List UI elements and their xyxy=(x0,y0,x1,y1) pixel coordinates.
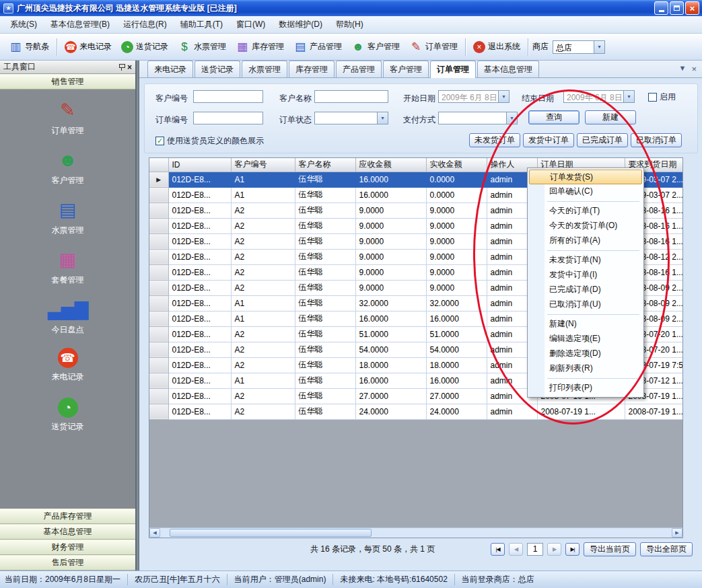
row-selector[interactable] xyxy=(149,388,168,404)
grid-column-header-3[interactable]: 应收金额 xyxy=(355,158,426,172)
context-menu-item-3[interactable]: 今天的订单(T) xyxy=(529,204,642,219)
row-selector[interactable] xyxy=(149,264,168,280)
start-date-picker[interactable]: 2009年 6月 8日 ▼ xyxy=(438,90,510,103)
tab-7[interactable]: 基本信息管理 xyxy=(477,61,539,77)
sidebar-item-4[interactable]: ▃▅▇今日盘点 xyxy=(0,298,135,348)
sidebar-group-button-3[interactable]: 售后管理 xyxy=(0,555,135,571)
status-filter-button-3[interactable]: 已取消订单 xyxy=(631,133,682,147)
context-menu-item-5[interactable]: 所有的订单(A) xyxy=(529,233,642,248)
menu-item-2[interactable]: 运行信息(R) xyxy=(117,16,173,33)
row-selector[interactable] xyxy=(149,187,168,203)
next-page-button[interactable]: ▶ xyxy=(547,543,561,556)
context-menu-item-7[interactable]: 未发货订单(N) xyxy=(529,253,642,268)
grid-column-header-1[interactable]: 客户编号 xyxy=(231,158,295,172)
sidebar-item-5[interactable]: ☎来电记录 xyxy=(0,348,135,398)
tab-5[interactable]: 客户管理 xyxy=(383,61,429,77)
color-display-checkbox[interactable]: ✓ 使用送货员定义的颜色展示 xyxy=(155,135,264,147)
export-all-pages-button[interactable]: 导出全部页 xyxy=(640,542,693,556)
toolbar-button-dollar[interactable]: $水票管理 xyxy=(173,38,231,57)
chevron-down-icon[interactable]: ▼ xyxy=(506,112,517,124)
row-selector[interactable] xyxy=(149,342,168,357)
context-menu-item-13[interactable]: 编辑选定项(E) xyxy=(529,332,642,346)
table-row[interactable]: 012D-E8...A2伍华聪24.000024.0000admin2008-0… xyxy=(149,404,683,419)
page-number-box[interactable]: 1 xyxy=(527,543,543,556)
context-menu-item-9[interactable]: 已完成订单(D) xyxy=(529,283,642,297)
new-button[interactable]: 新建 xyxy=(585,110,636,124)
grid-column-header-2[interactable]: 客户名称 xyxy=(295,158,355,172)
scroll-left-icon[interactable]: ◀ xyxy=(149,528,160,538)
scrollbar-thumb[interactable] xyxy=(170,529,372,537)
order-status-select[interactable]: ▼ xyxy=(314,112,388,124)
sidebar-close-icon[interactable]: × xyxy=(127,63,132,71)
context-menu-item-15[interactable]: 刷新列表(R) xyxy=(529,361,642,376)
menu-item-6[interactable]: 帮助(H) xyxy=(330,16,370,33)
row-selector[interactable] xyxy=(149,326,168,342)
tab-dropdown-icon[interactable]: ▼ xyxy=(679,65,687,73)
toolbar-button-phone[interactable]: ☎来电记录 xyxy=(60,38,116,56)
sidebar-group-button-0[interactable]: 产品库存管理 xyxy=(0,509,135,524)
context-menu-item-10[interactable]: 已取消订单(U) xyxy=(529,297,642,312)
context-menu-item-8[interactable]: 发货中订单(I) xyxy=(529,268,642,283)
status-filter-button-0[interactable]: 未发货订单 xyxy=(469,133,520,147)
pay-method-select[interactable]: ▼ xyxy=(438,112,518,124)
context-menu-item-1[interactable]: 回单确认(C) xyxy=(529,184,642,199)
tab-1[interactable]: 送货记录 xyxy=(195,61,240,77)
toolbar-button-customer[interactable]: ☻客户管理 xyxy=(347,38,405,57)
prev-page-button[interactable]: ◀ xyxy=(509,543,523,556)
close-button[interactable]: × xyxy=(685,1,699,15)
menu-item-4[interactable]: 窗口(W) xyxy=(230,16,271,33)
row-selector[interactable] xyxy=(149,203,168,218)
tab-0[interactable]: 来电记录 xyxy=(147,61,193,77)
row-selector[interactable] xyxy=(149,357,168,373)
first-page-button[interactable]: |◀ xyxy=(491,543,505,556)
grid-column-header-0[interactable]: ID xyxy=(168,158,231,172)
toolbar-button-order[interactable]: ✎订单管理 xyxy=(405,38,462,57)
scrollbar-track[interactable] xyxy=(160,528,672,538)
row-selector[interactable]: ▶ xyxy=(149,172,168,187)
context-menu-item-4[interactable]: 今天的发货订单(O) xyxy=(529,219,642,233)
sidebar-item-2[interactable]: ▤水票管理 xyxy=(0,198,135,248)
toolbar-button-inventory[interactable]: ▦库存管理 xyxy=(231,38,289,57)
row-selector[interactable] xyxy=(149,311,168,326)
tab-close-icon[interactable]: × xyxy=(691,65,697,73)
tab-2[interactable]: 水票管理 xyxy=(242,61,287,77)
chevron-down-icon[interactable]: ▼ xyxy=(623,91,634,102)
context-menu-item-14[interactable]: 删除选定项(D) xyxy=(529,346,642,361)
sidebar-group-button-1[interactable]: 基本信息管理 xyxy=(0,524,135,540)
shop-select[interactable]: 总店 ▼ xyxy=(553,40,605,54)
scroll-right-icon[interactable]: ▶ xyxy=(672,528,682,538)
sidebar-group-button-2[interactable]: 财务管理 xyxy=(0,540,135,555)
end-date-picker[interactable]: 2009年 6月 8日 ▼ xyxy=(563,90,635,103)
context-menu-item-0[interactable]: 订单发货(S) xyxy=(529,170,642,184)
sidebar-item-6[interactable]: ◔送货记录 xyxy=(0,398,135,447)
row-selector[interactable] xyxy=(149,280,168,295)
tab-6[interactable]: 订单管理 xyxy=(430,61,476,78)
sidebar-item-3[interactable]: ▦套餐管理 xyxy=(0,248,135,298)
row-selector[interactable] xyxy=(149,218,168,233)
order-no-input[interactable] xyxy=(193,112,263,124)
chevron-down-icon[interactable]: ▼ xyxy=(377,112,388,124)
sidebar-item-0[interactable]: ✎订单管理 xyxy=(0,99,135,149)
chevron-down-icon[interactable]: ▼ xyxy=(498,91,509,102)
last-page-button[interactable]: ▶| xyxy=(565,543,580,556)
query-button[interactable]: 查询 xyxy=(528,110,580,124)
toolbar-button-product[interactable]: ▤产品管理 xyxy=(289,38,347,57)
row-selector[interactable] xyxy=(149,373,168,388)
row-selector[interactable] xyxy=(149,404,168,419)
grid-column-header-4[interactable]: 实收金额 xyxy=(426,158,487,172)
menu-item-5[interactable]: 数据维护(D) xyxy=(273,16,328,33)
status-filter-button-2[interactable]: 已完成订单 xyxy=(577,133,628,147)
row-selector[interactable] xyxy=(149,249,168,264)
sidebar-group-sales[interactable]: 销售管理 xyxy=(0,74,135,89)
tab-3[interactable]: 库存管理 xyxy=(289,61,335,77)
minimize-button[interactable] xyxy=(654,1,668,15)
row-selector[interactable] xyxy=(149,295,168,311)
toolbar-button-exit[interactable]: ×退出系统 xyxy=(468,38,525,56)
tab-4[interactable]: 产品管理 xyxy=(336,61,382,77)
menu-item-0[interactable]: 系统(S) xyxy=(4,16,43,33)
menu-item-3[interactable]: 辅助工具(T) xyxy=(174,16,229,33)
customer-name-input[interactable] xyxy=(314,90,388,103)
row-selector[interactable] xyxy=(149,233,168,249)
toolbar-button-clock[interactable]: ◔送货记录 xyxy=(116,38,173,56)
enable-date-checkbox[interactable]: 启用 xyxy=(648,91,676,103)
